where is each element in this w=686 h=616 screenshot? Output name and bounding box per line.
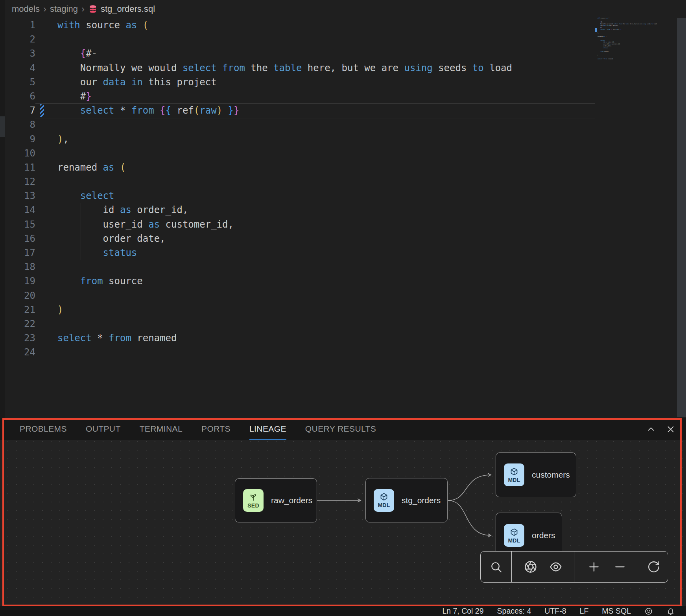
panel-tab-bar: PROBLEMSOUTPUTTERMINALPORTSLINEAGEQUERY …	[0, 418, 376, 440]
code-token: source	[80, 20, 126, 31]
model-badge: MDL	[504, 463, 524, 486]
aperture-icon	[524, 560, 537, 574]
code-line[interactable]: 20	[5, 289, 512, 303]
close-panel-button[interactable]	[666, 424, 676, 434]
code-token: raw	[199, 105, 216, 116]
tab-problems[interactable]: PROBLEMS	[20, 418, 67, 440]
code-token: order_id,	[131, 204, 188, 215]
line-number: 5	[5, 75, 35, 89]
code-token: select from	[183, 63, 245, 74]
sprout-icon	[249, 493, 258, 502]
lineage-canvas[interactable]: SED raw_orders MDL stg_orders MDL custom…	[0, 440, 686, 606]
code-line[interactable]: 3 {#-	[5, 46, 512, 61]
code-token: from	[109, 333, 131, 344]
code-line[interactable]: 14 id as order_id,	[5, 203, 512, 217]
code-line[interactable]: 10	[5, 146, 512, 160]
refresh-button[interactable]	[647, 560, 660, 574]
breadcrumb: models ›staging › stg_orders.sql	[12, 0, 155, 18]
zoom-in-button[interactable]	[587, 560, 601, 574]
badge-label: SED	[247, 502, 259, 509]
status-item-ln-7-col-29[interactable]: Ln 7, Col 29	[442, 607, 483, 616]
code-line[interactable]: 15 user_id as customer_id,	[5, 217, 512, 232]
line-number: 6	[5, 89, 35, 103]
lineage-node-stg_orders[interactable]: MDL stg_orders	[365, 478, 448, 522]
panel-actions	[646, 418, 676, 440]
left-scroll-strip[interactable]	[0, 0, 5, 418]
feedback-smiley-button[interactable]	[644, 607, 653, 616]
code-line[interactable]: 4 Normally we would select from the tabl…	[5, 61, 512, 75]
code-line[interactable]: 9 ),	[5, 132, 512, 146]
zoom-out-icon	[613, 560, 627, 574]
zoom-out-button[interactable]	[613, 560, 627, 574]
code-line[interactable]: 8	[5, 118, 512, 132]
code-line[interactable]: 7 select * from {{ ref(raw) }}	[5, 103, 512, 118]
line-number: 9	[5, 132, 35, 146]
status-item-spaces-4[interactable]: Spaces: 4	[497, 607, 531, 616]
code-line[interactable]: 13 select	[5, 189, 512, 203]
status-item-utf-8[interactable]: UTF-8	[544, 607, 566, 616]
lineage-node-customers[interactable]: MDL customers	[496, 452, 576, 497]
aperture-button[interactable]	[524, 560, 537, 574]
gutter-decoration	[35, 160, 57, 175]
status-item-ms-sql[interactable]: MS SQL	[602, 607, 631, 616]
breadcrumb-separator: ›	[43, 4, 46, 15]
tab-ports[interactable]: PORTS	[201, 418, 231, 440]
tab-output[interactable]: OUTPUT	[86, 418, 121, 440]
edge-stg-to-orders	[448, 500, 491, 535]
code-token: the	[245, 63, 273, 74]
code-line[interactable]: 2	[5, 32, 512, 46]
code-line[interactable]: 21 )	[5, 303, 512, 317]
badge-label: MDL	[378, 502, 390, 508]
line-number: 4	[5, 61, 35, 75]
tab-lineage[interactable]: LINEAGE	[249, 418, 286, 440]
gutter-decoration	[35, 246, 57, 260]
lineage-node-raw_orders[interactable]: SED raw_orders	[235, 478, 317, 522]
breadcrumb-filename: stg_orders.sql	[101, 4, 155, 14]
modified-line-indicator	[40, 104, 44, 117]
code-line[interactable]: 17 status	[5, 246, 512, 260]
code-token: (	[120, 162, 125, 173]
code-line[interactable]: 23 select * from renamed	[5, 331, 512, 345]
code-line[interactable]: 5 our data in this project	[5, 75, 512, 89]
code-line[interactable]: 16 order_date,	[5, 232, 512, 246]
status-item-lf[interactable]: LF	[580, 607, 589, 616]
left-scroll-thumb[interactable]	[0, 116, 5, 137]
breadcrumb-file[interactable]: stg_orders.sql	[88, 4, 155, 14]
code-token	[57, 48, 80, 59]
code-token: select	[57, 333, 92, 344]
maximize-panel-button[interactable]	[646, 424, 656, 434]
code-token: )	[57, 304, 63, 315]
code-editor[interactable]: 1 with source as ( 2 3 {#- 4 Normally we…	[5, 18, 512, 360]
code-token: status	[103, 247, 137, 258]
gutter-decoration	[35, 303, 57, 317]
gutter-decoration	[35, 118, 57, 132]
gutter-decoration	[35, 331, 57, 345]
code-token	[114, 162, 120, 173]
gutter-decoration	[35, 32, 57, 46]
code-line[interactable]: 11 renamed as (	[5, 160, 512, 175]
gutter-decoration	[35, 18, 57, 32]
code-line[interactable]: 22	[5, 317, 512, 331]
gutter-decoration	[35, 203, 57, 217]
code-line[interactable]: 1 with source as (	[5, 18, 512, 32]
code-line[interactable]: 6 #}	[5, 89, 512, 103]
minimap[interactable]: with source as ( {#- Normally we would s…	[597, 17, 671, 80]
search-button[interactable]	[489, 560, 503, 574]
code-line[interactable]: 19 from source	[5, 274, 512, 288]
editor-scrollbar[interactable]	[677, 18, 686, 417]
code-token: using	[404, 63, 432, 74]
tab-query-results[interactable]: QUERY RESULTS	[305, 418, 376, 440]
badge-label: MDL	[508, 537, 520, 544]
code-token: to	[472, 63, 484, 74]
code-line[interactable]: 18	[5, 260, 512, 274]
code-token	[57, 247, 103, 258]
gutter-decoration	[35, 75, 57, 89]
eye-button[interactable]	[549, 560, 562, 574]
code-token: as	[103, 162, 114, 173]
breadcrumb-item[interactable]: staging	[50, 4, 78, 14]
tab-terminal[interactable]: TERMINAL	[140, 418, 183, 440]
code-line[interactable]: 24	[5, 345, 512, 359]
code-line[interactable]: 12	[5, 175, 512, 189]
breadcrumb-item[interactable]: models	[12, 4, 40, 14]
bell-button[interactable]	[666, 607, 675, 616]
